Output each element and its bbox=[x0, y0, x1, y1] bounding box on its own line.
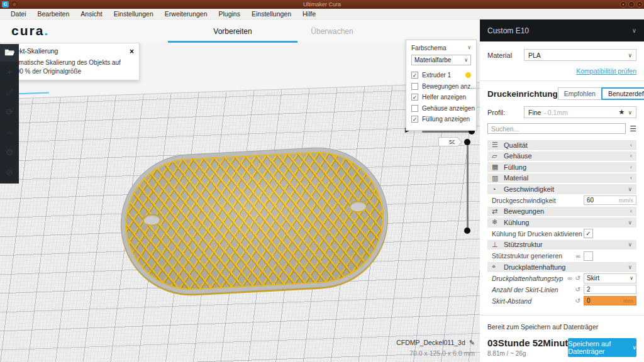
menu-item-einstellungen[interactable]: Einstellungen bbox=[108, 10, 159, 18]
category-adhesion[interactable]: ⌖Druckplattenhaftung∨ bbox=[487, 262, 636, 272]
color-scheme-dropdown[interactable]: Materialfarbe ∨ bbox=[411, 55, 471, 65]
view-option-label: Füllung anzeigen bbox=[422, 116, 470, 123]
chevron-down-icon: ∨ bbox=[628, 219, 632, 226]
revert-icon[interactable]: ↺ bbox=[575, 286, 580, 293]
title-bar: C Ultimaker Cura ▾ − × bbox=[0, 0, 644, 9]
chevron-down-icon: ∨ bbox=[632, 27, 636, 34]
setting-input[interactable]: 2 bbox=[584, 285, 636, 294]
custom-button[interactable]: Benutzerdefiniert bbox=[601, 87, 644, 100]
view-option-label: Gehäuse anzeigen bbox=[422, 105, 475, 112]
support-blocker-button[interactable]: ⊘ bbox=[0, 162, 19, 182]
window-title: Ultimaker Cura bbox=[0, 1, 644, 8]
settings-list: ☰Qualität‹▱Gehäuse‹▦Füllung‹▥Material‹◔G… bbox=[487, 140, 636, 306]
support-blocker-icon: ⊘ bbox=[6, 167, 13, 177]
setting-label: Stützstruktur generieren bbox=[492, 252, 576, 260]
setting-input[interactable]: 60mm/s bbox=[584, 195, 636, 205]
checkbox[interactable]: ✓ bbox=[411, 116, 418, 123]
window-maximize-button[interactable]: − bbox=[628, 1, 635, 8]
category-support[interactable]: ⊥Stützstruktur∨ bbox=[487, 240, 636, 250]
save-to-disk-button[interactable]: Speichern auf Datenträger ∨ bbox=[568, 338, 636, 357]
view-option: ✓Extruder 1 bbox=[411, 71, 471, 79]
setting-dropdown[interactable]: Skirt∨ bbox=[584, 273, 636, 283]
window-close-button[interactable]: × bbox=[636, 1, 643, 8]
compatibility-link[interactable]: Kompatibilität prüfen bbox=[576, 67, 636, 75]
setting-checkbox[interactable] bbox=[584, 251, 593, 261]
open-file-button[interactable] bbox=[0, 44, 19, 62]
print-setup-title: Druckeinrichtung bbox=[487, 89, 558, 99]
chevron-down-icon[interactable]: ∨ bbox=[467, 45, 471, 52]
revert-icon[interactable]: ↺ bbox=[575, 297, 580, 304]
menu-item-einstellungen[interactable]: Einstellungen bbox=[246, 10, 297, 18]
printer-selector[interactable]: Custom E10 ∨ bbox=[480, 19, 644, 41]
category-label: Geschwindigkeit bbox=[504, 185, 628, 193]
checkbox[interactable] bbox=[411, 105, 418, 112]
profile-label: Profil: bbox=[487, 109, 524, 116]
setting-control bbox=[584, 251, 636, 261]
link-icon[interactable]: ∞ bbox=[576, 253, 580, 260]
category-travel[interactable]: ⇄Bewegungen‹ bbox=[487, 207, 636, 217]
scale-tool-button[interactable]: ⤢ bbox=[0, 82, 19, 102]
view-option: ✓Füllung anzeigen bbox=[411, 115, 471, 123]
search-input[interactable] bbox=[487, 123, 626, 134]
setting-label: Kühlung für Drucken aktivieren bbox=[492, 230, 584, 238]
category-cooling[interactable]: ❄Kühlung∨ bbox=[487, 217, 636, 228]
tab-monitor[interactable]: Überwachen bbox=[297, 19, 367, 43]
layer-slider-handle-top[interactable] bbox=[464, 139, 470, 145]
menu-item-hilfe[interactable]: Hilfe bbox=[297, 10, 321, 18]
move-tool-button[interactable]: + bbox=[0, 62, 19, 82]
category-label: Gehäuse bbox=[504, 152, 630, 160]
setting-row: Anzahl der Skirt-Linien↺2 bbox=[487, 285, 636, 295]
menu-item-erweiterungen[interactable]: Erweiterungen bbox=[159, 10, 213, 18]
chevron-left-icon: ‹ bbox=[630, 153, 632, 159]
setting-value: 0 bbox=[587, 297, 591, 304]
notification-body: Automatische Skalierung des Objekts auf … bbox=[6, 58, 125, 75]
view-option-label: Helfer anzeigen bbox=[422, 94, 466, 101]
layer-number-tag: 58 bbox=[438, 137, 458, 146]
star-icon[interactable]: ★ bbox=[619, 108, 625, 116]
chevron-down-icon: ∨ bbox=[628, 264, 632, 270]
category-label: Qualität bbox=[504, 141, 630, 149]
layer-slider-handle-bottom[interactable] bbox=[464, 228, 470, 234]
setting-label: Anzahl der Skirt-Linien bbox=[492, 286, 575, 293]
window-minimize-button[interactable]: ▾ bbox=[620, 1, 626, 8]
close-icon[interactable]: × bbox=[130, 47, 134, 56]
per-model-settings-button[interactable]: ⚙ bbox=[0, 142, 19, 162]
checkbox[interactable] bbox=[411, 83, 418, 90]
category-quality[interactable]: ☰Qualität‹ bbox=[487, 140, 636, 150]
link-icon[interactable]: ∞ bbox=[567, 275, 572, 282]
profile-dropdown[interactable]: Fine - 0.1mm ★ ∨ bbox=[524, 106, 636, 118]
sliced-model[interactable] bbox=[117, 144, 391, 298]
category-speed[interactable]: ◔Geschwindigkeit∨ bbox=[487, 184, 636, 194]
menu-item-plugins[interactable]: Plugins bbox=[213, 10, 246, 18]
chevron-left-icon: ‹ bbox=[630, 208, 632, 214]
setting-value: Skirt bbox=[587, 275, 599, 282]
menu-item-ansicht[interactable]: Ansicht bbox=[75, 10, 108, 18]
rename-pencil-icon[interactable]: ✎ bbox=[469, 339, 475, 346]
setting-input[interactable]: 0mm bbox=[584, 296, 636, 305]
revert-icon[interactable]: ↺ bbox=[575, 275, 580, 282]
material-dropdown[interactable]: PLA ∨ bbox=[524, 49, 636, 61]
tab-prepare[interactable]: Vorbereiten bbox=[168, 19, 297, 43]
category-shell[interactable]: ▱Gehäuse‹ bbox=[487, 151, 636, 162]
menu-item-datei[interactable]: Datei bbox=[5, 10, 32, 18]
checkbox[interactable]: ✓ bbox=[411, 72, 418, 79]
category-material[interactable]: ▥Material‹ bbox=[487, 173, 636, 184]
filter-menu-icon[interactable]: ☰ bbox=[630, 124, 636, 133]
checkbox[interactable]: ✓ bbox=[411, 94, 418, 101]
chevron-left-icon: ‹ bbox=[630, 175, 632, 181]
layer-slider[interactable] bbox=[467, 142, 469, 230]
mirror-tool-button[interactable]: ⇔ bbox=[0, 122, 19, 142]
category-label: Füllung bbox=[504, 163, 630, 171]
setting-checkbox[interactable]: ✓ bbox=[584, 229, 593, 238]
chevron-down-icon: ∨ bbox=[628, 186, 632, 192]
material-usage: 8.81m / ~ 26g bbox=[487, 350, 568, 357]
mirror-icon: ⇔ bbox=[5, 127, 14, 137]
cooling-icon: ❄ bbox=[492, 218, 504, 226]
rotate-tool-button[interactable]: ⟳ bbox=[0, 102, 19, 122]
recommended-button[interactable]: Empfohlen bbox=[558, 87, 601, 100]
category-infill[interactable]: ▦Füllung‹ bbox=[487, 162, 636, 172]
menu-item-bearbeiten[interactable]: Bearbeiten bbox=[32, 10, 75, 18]
chevron-down-icon: ∨ bbox=[628, 109, 632, 116]
simulation-slider[interactable] bbox=[422, 131, 473, 133]
setting-label: Skirt-Abstand bbox=[492, 297, 575, 305]
